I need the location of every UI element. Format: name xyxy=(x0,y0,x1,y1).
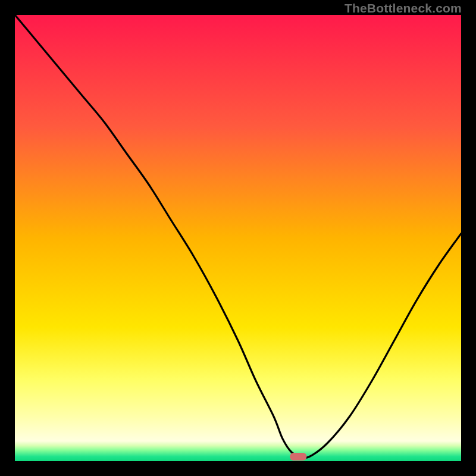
gradient-background xyxy=(15,15,461,461)
chart-svg xyxy=(15,15,461,461)
optimum-marker xyxy=(290,453,306,461)
chart-plot-area xyxy=(15,15,461,461)
chart-frame: TheBottleneck.com xyxy=(0,0,476,476)
watermark-label: TheBottleneck.com xyxy=(345,1,462,15)
